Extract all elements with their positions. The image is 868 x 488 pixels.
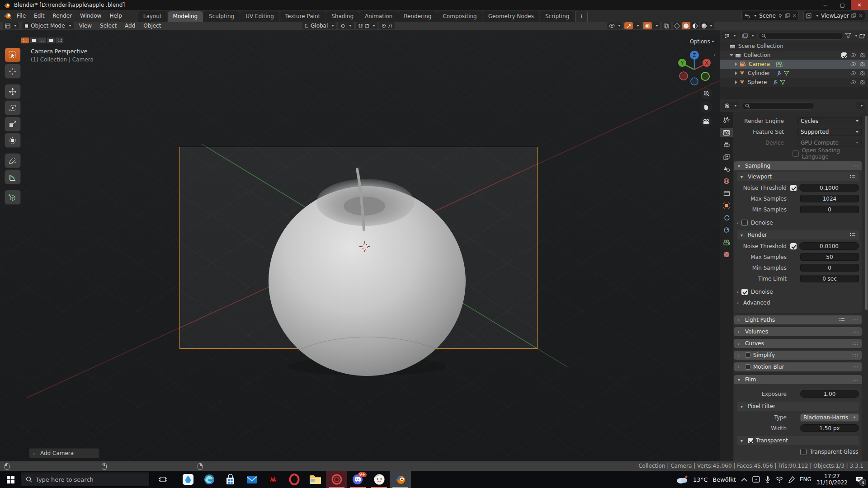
new-collection-icon[interactable]: [859, 33, 866, 39]
viewlayer-selector[interactable]: ViewLayer ✕: [803, 11, 865, 20]
transparent-glass-checkbox[interactable]: [800, 449, 807, 455]
simplify-drag-grip[interactable]: ∷∷: [851, 353, 858, 358]
tool-scale[interactable]: [5, 117, 21, 131]
r-time-field[interactable]: 0 sec: [800, 275, 859, 282]
wifi-icon[interactable]: [775, 477, 783, 483]
tray-expand-chevron-icon[interactable]: [741, 478, 747, 482]
vp-max-field[interactable]: 1024: [800, 195, 859, 202]
unlink-scene-icon[interactable]: ✕: [792, 13, 797, 19]
viewport-3d[interactable]: Camera Perspective (1) Collection | Came…: [0, 30, 720, 461]
operator-panel-add-camera[interactable]: › Add Camera: [29, 448, 99, 458]
sidebar-collapse-arrow[interactable]: ‹: [713, 52, 716, 58]
curves-panel-header[interactable]: › Curves ∷∷: [734, 339, 862, 348]
sampling-panel-header[interactable]: ▾ Sampling ∷∷: [734, 161, 862, 170]
light-paths-drag-grip[interactable]: ∷∷: [851, 318, 858, 323]
app-red-circle-active[interactable]: [326, 471, 347, 488]
app-cloud[interactable]: [177, 471, 198, 488]
menu-render[interactable]: Render: [48, 13, 76, 19]
render-denoise-row[interactable]: › Denoise: [737, 287, 859, 296]
simplify-checkbox[interactable]: [745, 352, 750, 358]
overlays-dropdown[interactable]: [652, 22, 660, 29]
motion-blur-drag-grip[interactable]: ∷∷: [851, 365, 858, 370]
cylinder-expand-arrow[interactable]: [735, 71, 737, 75]
render-visibility-icon[interactable]: [860, 62, 865, 66]
app-paint-tool[interactable]: [368, 471, 390, 488]
select-mode-extend[interactable]: [38, 38, 46, 43]
scene-name[interactable]: Scene: [759, 13, 776, 19]
notification-center-button[interactable]: 4: [853, 473, 866, 486]
pf-type-select[interactable]: Blackman-Harris: [800, 413, 859, 422]
viewport-subpanel-header[interactable]: ▾ Viewport: [737, 172, 859, 181]
r-denoise-checkbox[interactable]: [741, 289, 748, 295]
transparent-subpanel-header[interactable]: ▾ Transparent: [737, 436, 859, 445]
camera-expand-arrow[interactable]: [735, 62, 737, 66]
volumes-drag-grip[interactable]: ∷∷: [851, 329, 858, 334]
remove-viewlayer-icon[interactable]: ✕: [859, 13, 863, 19]
outliner-search-input[interactable]: [758, 32, 843, 40]
feature-set-select[interactable]: Supported: [797, 128, 862, 136]
r-denoise-caret[interactable]: ›: [737, 289, 741, 294]
hide-eye-icon[interactable]: [850, 62, 856, 66]
outliner-display-mode[interactable]: [722, 32, 738, 39]
snap-button[interactable]: [356, 22, 377, 29]
viewport-denoise-row[interactable]: › Denoise: [737, 218, 859, 227]
properties-editor-type[interactable]: [722, 102, 739, 109]
r-min-field[interactable]: 0: [800, 264, 859, 272]
tab-scripting[interactable]: Scripting: [540, 11, 575, 22]
tab-physics[interactable]: [720, 225, 733, 235]
advanced-row[interactable]: › Advanced: [737, 298, 859, 307]
menu-edit[interactable]: Edit: [30, 13, 48, 19]
show-gizmo-toggle[interactable]: [624, 22, 633, 29]
start-button[interactable]: [0, 471, 21, 488]
apple-model[interactable]: [244, 134, 491, 387]
tab-view-layer[interactable]: [720, 152, 733, 161]
select-mode-intersect[interactable]: [56, 38, 63, 43]
weather-desc[interactable]: Bewölkt: [712, 476, 736, 483]
vp-noise-field[interactable]: 0.1000: [799, 184, 859, 192]
menu-file[interactable]: File: [13, 13, 30, 19]
tab-object[interactable]: [720, 201, 733, 210]
new-scene-icon[interactable]: [785, 13, 790, 18]
app-opera[interactable]: [283, 471, 305, 488]
light-paths-panel-header[interactable]: › Light Paths ∷∷: [734, 315, 862, 324]
select-mode-subtract[interactable]: [47, 38, 55, 43]
properties-options-button[interactable]: [856, 102, 865, 109]
tool-add-cube[interactable]: [5, 190, 21, 205]
vp-denoise-caret[interactable]: ›: [737, 220, 741, 225]
tool-transform[interactable]: [5, 133, 21, 148]
tab-rendering[interactable]: Rendering: [398, 11, 437, 22]
maximize-button[interactable]: ▢: [834, 0, 851, 10]
properties-search-input[interactable]: [742, 102, 814, 110]
pixel-filter-subpanel-header[interactable]: ▾ Pixel Filter: [737, 402, 859, 411]
outliner-row-sphere[interactable]: Sphere: [720, 78, 868, 87]
new-viewlayer-icon[interactable]: [851, 13, 856, 18]
exposure-field[interactable]: 1.00: [800, 390, 859, 398]
pin-icon[interactable]: [778, 14, 783, 18]
tab-animation[interactable]: Animation: [359, 11, 398, 22]
zoom-button[interactable]: [701, 88, 712, 99]
tab-layout[interactable]: Layout: [138, 11, 167, 22]
tab-constraints[interactable]: [720, 213, 733, 222]
tab-object-data[interactable]: [720, 238, 733, 247]
tab-render[interactable]: [720, 128, 733, 137]
simplify-panel-header[interactable]: › Simplify ∷∷: [734, 351, 862, 360]
tab-collection-props[interactable]: [720, 189, 733, 198]
pf-width-field[interactable]: 1.50 px: [800, 424, 859, 432]
r-noise-field[interactable]: 0.0100: [799, 242, 859, 250]
menu-help[interactable]: Help: [105, 13, 126, 19]
add-workspace-button[interactable]: +: [575, 11, 588, 22]
motion-blur-panel-header[interactable]: › Motion Blur ∷∷: [734, 362, 862, 371]
task-view-button[interactable]: [153, 471, 173, 488]
tab-output[interactable]: [720, 140, 733, 149]
filter-funnel-icon[interactable]: [845, 33, 851, 38]
collection-exclude-checkbox[interactable]: [841, 52, 847, 58]
r-noise-checkbox[interactable]: [790, 243, 797, 249]
row-label[interactable]: Camera: [749, 61, 770, 67]
app-game[interactable]: [262, 471, 283, 488]
render-visibility-icon[interactable]: [860, 53, 865, 57]
sampling-drag-grip[interactable]: ∷∷: [851, 164, 858, 169]
vp-noise-checkbox[interactable]: [790, 185, 797, 191]
row-label[interactable]: Collection: [744, 52, 770, 58]
pivot-point-button[interactable]: [338, 22, 354, 29]
scene-selector[interactable]: Scene ✕: [741, 11, 799, 20]
